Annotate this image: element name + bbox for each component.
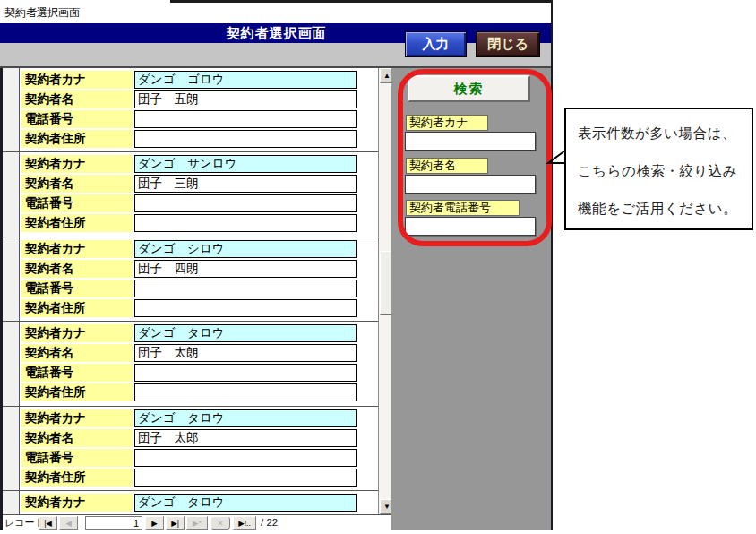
search-panel: 検索 契約者カナ 契約者名 契約者電話番号 — [391, 68, 551, 530]
name-label: 契約者名 — [21, 344, 133, 362]
callout-line: こちらの検索・絞り込み — [578, 152, 752, 190]
kana-label: 契約者カナ — [21, 324, 133, 342]
record-row: 契約者カナ ダンゴ シロウ 契約者名 団子 四朗 電話番号 契約者住所 — [3, 240, 378, 319]
kana-field[interactable]: ダンゴ サンロウ — [134, 155, 357, 173]
phone-label: 電話番号 — [21, 280, 133, 297]
kana-field[interactable]: ダンゴ タロウ — [134, 324, 357, 342]
address-field[interactable] — [134, 383, 357, 401]
kana-label: 契約者カナ — [21, 494, 133, 512]
address-label: 契約者住所 — [21, 130, 133, 148]
record-separator — [3, 237, 378, 237]
phone-field[interactable] — [134, 364, 357, 382]
phone-label: 電話番号 — [21, 364, 133, 382]
name-label: 契約者名 — [21, 260, 133, 278]
address-label: 契約者住所 — [21, 299, 133, 317]
current-record-input[interactable] — [85, 516, 142, 530]
search-button[interactable]: 検索 — [408, 75, 530, 102]
record-separator — [3, 406, 378, 407]
address-label: 契約者住所 — [21, 383, 133, 401]
annotation-callout: 表示件数が多い場合は、 こちらの検索・絞り込み 機能をご活用ください。 — [564, 108, 753, 230]
phone-field[interactable] — [134, 110, 357, 128]
kana-field[interactable]: ダンゴ ゴロウ — [134, 71, 357, 89]
record-row: 契約者カナ ダンゴ タロウ — [3, 494, 378, 514]
record-row: 契約者カナ ダンゴ タロウ 契約者名 団子 太朗 電話番号 契約者住所 — [3, 324, 378, 403]
header-background — [0, 43, 553, 67]
record-row: 契約者カナ ダンゴ タロウ 契約者名 団子 太郎 電話番号 契約者住所 — [3, 409, 378, 488]
phone-label: 電話番号 — [21, 194, 133, 212]
no-filter-button[interactable]: ✕ — [210, 516, 230, 530]
phone-field[interactable] — [134, 280, 357, 297]
kana-label: 契約者カナ — [21, 240, 133, 258]
name-label: 契約者名 — [21, 175, 133, 193]
callout-line: 表示件数が多い場合は、 — [578, 115, 752, 152]
record-row: 契約者カナ ダンゴ ゴロウ 契約者名 団子 五朗 電話番号 契約者住所 — [3, 71, 378, 150]
kana-field[interactable]: ダンゴ シロウ — [134, 240, 357, 258]
record-separator — [3, 321, 378, 322]
input-button[interactable]: 入力 — [405, 31, 467, 57]
record-separator — [3, 151, 378, 152]
search-kana-label: 契約者カナ — [406, 115, 488, 131]
name-field[interactable]: 団子 太朗 — [134, 344, 357, 362]
window-title-bar: 契約者選択画面 — [0, 3, 553, 23]
name-label: 契約者名 — [21, 429, 133, 447]
callout-line: 機能をご活用ください。 — [578, 190, 752, 228]
last-record-button[interactable]: ▶| — [166, 516, 185, 530]
record-separator — [3, 490, 378, 491]
address-label: 契約者住所 — [21, 469, 133, 487]
address-field[interactable] — [134, 214, 357, 232]
name-field[interactable]: 団子 五朗 — [134, 90, 357, 108]
close-button[interactable]: 閉じる — [476, 31, 540, 57]
first-record-button[interactable]: |◀ — [39, 516, 57, 530]
kana-field[interactable]: ダンゴ タロウ — [134, 409, 357, 427]
address-field[interactable] — [134, 299, 357, 317]
record-navigator: レコード: |◀ ◀ ▶ ▶| ▶* ✕ ▶!.. / 22 — [3, 514, 391, 530]
kana-label: 契約者カナ — [21, 155, 133, 173]
name-field[interactable]: 団子 三朗 — [134, 175, 357, 193]
record-count: / 22 — [261, 515, 278, 530]
name-field[interactable]: 団子 四朗 — [134, 260, 357, 278]
search-name-input[interactable] — [405, 175, 536, 194]
address-field[interactable] — [134, 130, 357, 148]
kana-label: 契約者カナ — [21, 71, 133, 89]
form-header: 契約者選択画面 — [0, 23, 553, 43]
phone-label: 電話番号 — [21, 449, 133, 467]
goto-record-button[interactable]: ▶!.. — [233, 516, 256, 530]
name-label: 契約者名 — [21, 90, 133, 108]
window-right-border — [551, 3, 553, 530]
kana-label: 契約者カナ — [21, 409, 133, 427]
record-row: 契約者カナ ダンゴ サンロウ 契約者名 団子 三朗 電話番号 契約者住所 — [3, 155, 378, 234]
phone-field[interactable] — [134, 194, 357, 212]
address-label: 契約者住所 — [21, 214, 133, 232]
search-kana-input[interactable] — [405, 132, 536, 151]
window-title: 契約者選択画面 — [4, 6, 80, 19]
search-phone-label: 契約者電話番号 — [406, 200, 520, 216]
kana-field[interactable]: ダンゴ タロウ — [134, 494, 357, 512]
phone-field[interactable] — [134, 449, 357, 467]
address-field[interactable] — [134, 469, 357, 487]
records-list: 契約者カナ ダンゴ ゴロウ 契約者名 団子 五朗 電話番号 契約者住所 契約者カ… — [3, 68, 378, 514]
search-name-label: 契約者名 — [406, 158, 488, 174]
name-field[interactable]: 団子 太郎 — [134, 429, 357, 447]
next-record-button[interactable]: ▶ — [145, 516, 164, 530]
previous-record-button[interactable]: ◀ — [59, 516, 78, 530]
search-phone-input[interactable] — [405, 217, 536, 236]
screenshot-root: 契約者選択画面 契約者選択画面 入力 閉じる 契約者カナ ダンゴ ゴロウ 契約者… — [0, 0, 756, 534]
new-record-button[interactable]: ▶* — [186, 516, 208, 530]
page-title: 契約者選択画面 — [0, 23, 553, 42]
phone-label: 電話番号 — [21, 110, 133, 128]
